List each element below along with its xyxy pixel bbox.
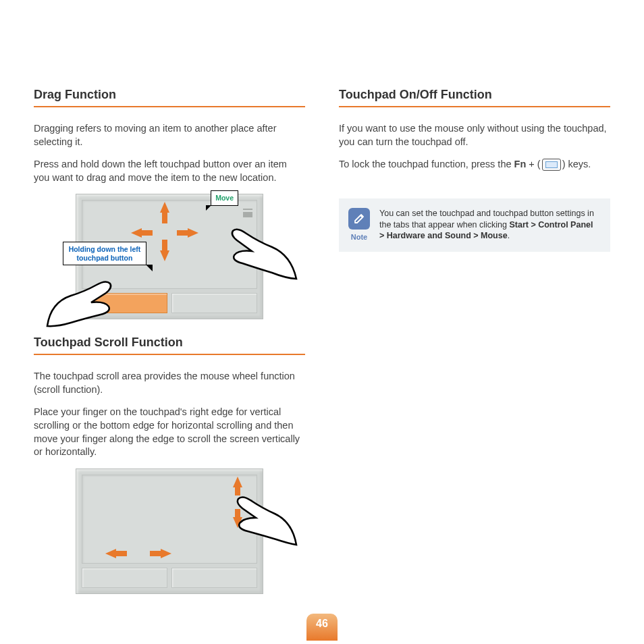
heading-onoff-function: Touchpad On/Off Function: [339, 88, 610, 102]
callout-hold: Holding down the left touchpad button: [63, 242, 146, 265]
scroll-ridge-icon: [243, 209, 252, 213]
heading-drag-function: Drag Function: [34, 88, 305, 102]
paragraph: If you want to use the mouse only withou…: [339, 122, 610, 149]
touchpad-left-button: [82, 568, 167, 588]
arrow-left-icon: [115, 551, 127, 556]
paragraph: Place your finger on the touchpad's righ…: [34, 406, 305, 458]
touchpad-right-button: [171, 293, 257, 313]
heading-divider: [34, 106, 305, 107]
arrow-right-icon: [161, 549, 171, 558]
touchpad-right-button: [171, 568, 257, 588]
note-box: Note You can set the touchpad and touchp…: [339, 198, 610, 252]
paragraph: The touchpad scroll area provides the mo…: [34, 370, 305, 396]
illustration-drag: Holding down the left touchpad button Mo…: [34, 194, 305, 319]
note-text: You can set the touchpad and touchpad bu…: [379, 208, 599, 242]
touchpad-lock-key-icon: [542, 159, 561, 171]
right-column: Touchpad On/Off Function If you want to …: [339, 88, 610, 610]
paragraph: Press and hold down the left touchpad bu…: [34, 158, 305, 184]
paragraph: Dragging refers to moving an item to ano…: [34, 122, 305, 149]
hand-right-icon: [217, 489, 298, 550]
heading-divider: [34, 354, 305, 355]
hand-left-icon: [44, 275, 132, 329]
note-label: Note: [348, 232, 370, 242]
arrow-up-icon: [160, 202, 169, 213]
arrow-up-icon: [162, 211, 167, 223]
arrow-right-icon: [188, 228, 198, 238]
arrow-left-icon: [140, 230, 153, 236]
arrow-up-icon: [233, 477, 242, 487]
hand-right-icon: [210, 221, 298, 282]
paragraph: To lock the touchpad function, press the…: [339, 158, 610, 171]
heading-scroll-function: Touchpad Scroll Function: [34, 336, 305, 350]
pencil-note-icon: [348, 208, 370, 230]
heading-divider: [339, 106, 610, 107]
arrow-down-icon: [160, 250, 169, 261]
arrow-left-icon: [105, 549, 116, 558]
illustration-scroll: [34, 468, 305, 594]
callout-move: Move: [211, 190, 238, 206]
arrow-left-icon: [131, 228, 142, 238]
page-number: 46: [306, 614, 338, 641]
left-column: Drag Function Dragging refers to moving …: [34, 88, 305, 610]
